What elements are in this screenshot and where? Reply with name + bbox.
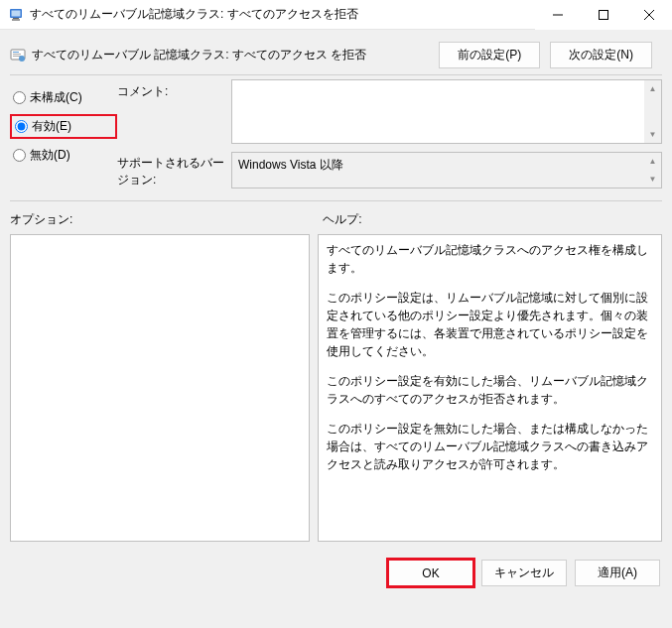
config-section: 未構成(C) 有効(E) 無効(D) コメント: サポートされるバージョン: ▲…	[0, 75, 672, 200]
content-panels: すべてのリムーバブル記憶域クラスへのアクセス権を構成します。 このポリシー設定は…	[0, 234, 672, 552]
scroll-down-icon[interactable]: ▼	[644, 171, 661, 188]
supported-input	[232, 153, 661, 185]
svg-rect-3	[12, 10, 21, 16]
radio-label: 無効(D)	[30, 147, 70, 164]
ok-button[interactable]: OK	[388, 560, 473, 586]
help-panel: すべてのリムーバブル記憶域クラスへのアクセス権を構成します。 このポリシー設定は…	[318, 234, 662, 542]
minimize-button[interactable]	[535, 0, 581, 30]
scroll-down-icon[interactable]: ▼	[644, 126, 661, 143]
svg-rect-10	[13, 54, 21, 55]
scrollbar[interactable]: ▲ ▼	[644, 153, 661, 188]
scroll-up-icon[interactable]: ▲	[644, 153, 661, 170]
radio-disabled[interactable]: 無効(D)	[10, 145, 117, 166]
radio-label: 有効(E)	[32, 118, 71, 135]
radio-enabled-input[interactable]	[15, 120, 28, 133]
policy-title: すべてのリムーバブル 記憶域クラス: すべてのアクセス を拒否	[32, 47, 439, 63]
options-panel	[10, 234, 310, 542]
radio-label: 未構成(C)	[30, 89, 82, 106]
prev-setting-button[interactable]: 前の設定(P)	[439, 42, 540, 68]
help-text: このポリシー設定を有効にした場合、リムーバブル記憶域クラスへのすべてのアクセスが…	[327, 372, 653, 408]
comment-input[interactable]	[232, 80, 661, 140]
titlebar: すべてのリムーバブル記憶域クラス: すべてのアクセスを拒否	[0, 0, 672, 30]
comment-label: コメント:	[117, 81, 231, 147]
help-text: このポリシー設定を無効にした場合、または構成しなかった場合は、すべてのリムーバブ…	[327, 420, 653, 473]
supported-field-wrap: ▲ ▼	[231, 152, 662, 188]
supported-label: サポートされるバージョン:	[117, 147, 231, 188]
footer-buttons: OK キャンセル 適用(A)	[0, 552, 672, 594]
svg-point-12	[19, 56, 25, 62]
maximize-button[interactable]	[581, 0, 626, 30]
radio-enabled[interactable]: 有効(E)	[10, 114, 117, 139]
policy-icon	[8, 7, 24, 23]
options-label: オプション:	[10, 211, 323, 228]
state-radio-group: 未構成(C) 有効(E) 無効(D)	[10, 87, 117, 166]
svg-rect-1	[13, 18, 19, 19]
svg-rect-11	[13, 56, 21, 57]
header-row: すべてのリムーバブル 記憶域クラス: すべてのアクセス を拒否 前の設定(P) …	[0, 30, 672, 74]
help-text: このポリシー設定は、リムーバブル記憶域に対して個別に設定されている他のポリシー設…	[327, 289, 653, 360]
help-label: ヘルプ:	[323, 211, 361, 228]
next-setting-button[interactable]: 次の設定(N)	[550, 42, 652, 68]
radio-not-configured[interactable]: 未構成(C)	[10, 87, 117, 108]
policy-icon	[10, 48, 26, 63]
scrollbar[interactable]: ▲ ▼	[644, 80, 661, 143]
comment-field-wrap: ▲ ▼	[231, 79, 662, 144]
help-text: すべてのリムーバブル記憶域クラスへのアクセス権を構成します。	[327, 241, 653, 277]
panel-labels: オプション: ヘルプ:	[0, 201, 672, 234]
window-title: すべてのリムーバブル記憶域クラス: すべてのアクセスを拒否	[30, 6, 535, 23]
cancel-button[interactable]: キャンセル	[481, 560, 567, 586]
svg-rect-2	[12, 19, 20, 21]
radio-not-configured-input[interactable]	[13, 91, 26, 104]
svg-rect-5	[600, 10, 608, 19]
svg-rect-9	[13, 52, 19, 53]
radio-disabled-input[interactable]	[13, 149, 26, 162]
close-button[interactable]	[626, 0, 672, 30]
apply-button[interactable]: 適用(A)	[575, 560, 660, 586]
window-buttons	[535, 0, 672, 30]
scroll-up-icon[interactable]: ▲	[644, 80, 661, 97]
